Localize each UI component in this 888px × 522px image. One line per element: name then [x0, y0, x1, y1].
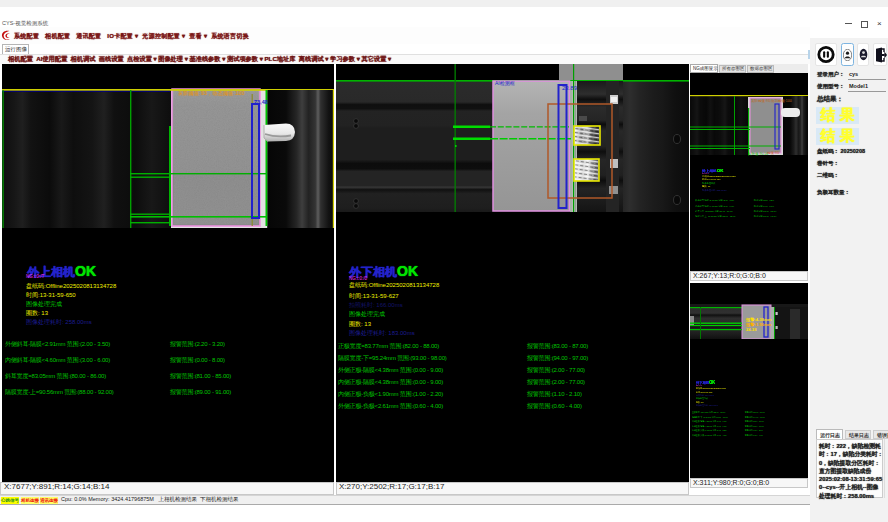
svg-text:24.38: 24.38 [746, 327, 757, 332]
svg-text:灰阶阈值:93,动态阈值:100: 灰阶阈值:93,动态阈值:100 [751, 98, 792, 103]
